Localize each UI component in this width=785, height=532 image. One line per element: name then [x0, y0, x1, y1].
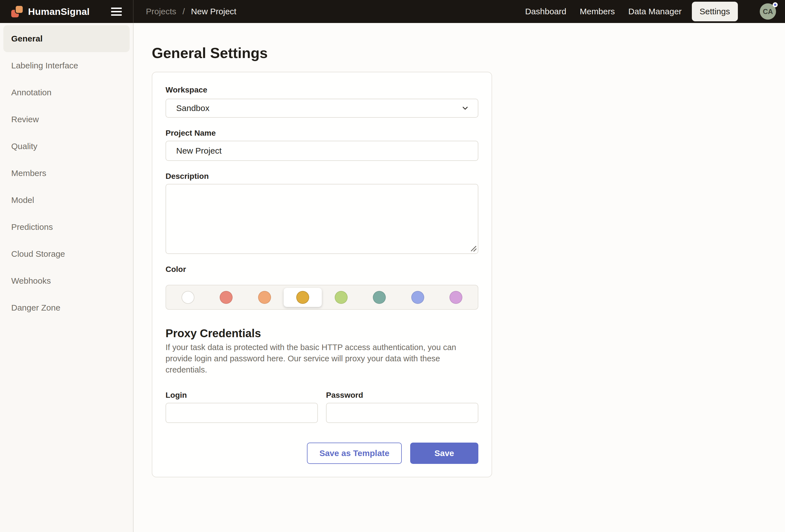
breadcrumb-separator: /	[182, 7, 185, 16]
nav-settings-active[interactable]: Settings	[692, 2, 738, 21]
color-swatch-periwinkle[interactable]	[411, 291, 424, 304]
password-label: Password	[326, 391, 478, 400]
credentials-grid: Login Password	[166, 391, 478, 423]
header-left-section: HumanSignal	[0, 0, 133, 23]
save-as-template-button[interactable]: Save as Template	[307, 443, 402, 464]
main-content: General Settings Workspace Sandbox Proje…	[133, 23, 785, 532]
login-input[interactable]	[166, 403, 318, 423]
color-swatch-orange[interactable]	[258, 291, 271, 304]
sidebar-item-danger-zone[interactable]: Danger Zone	[3, 294, 130, 321]
description-label: Description	[166, 171, 478, 181]
color-swatch-selected-tile[interactable]	[284, 288, 322, 307]
hamburger-menu-icon[interactable]	[111, 6, 122, 17]
sidebar-item-labeling-interface[interactable]: Labeling Interface	[3, 52, 130, 79]
color-swatch-salmon[interactable]	[220, 291, 233, 304]
chevron-down-icon	[461, 104, 470, 112]
brand-name: HumanSignal	[28, 6, 90, 17]
top-nav: Dashboard Members Data Manager Settings	[525, 2, 738, 21]
notification-dot	[773, 2, 778, 7]
color-swatch-row	[166, 285, 478, 310]
sidebar-item-predictions[interactable]: Predictions	[3, 214, 130, 240]
color-swatch-teal[interactable]	[373, 291, 386, 304]
save-button[interactable]: Save	[410, 443, 478, 464]
color-swatch-green[interactable]	[335, 291, 348, 304]
login-label: Login	[166, 391, 318, 400]
password-field-group: Password	[326, 391, 478, 423]
project-name-label: Project Name	[166, 128, 478, 138]
proxy-credentials-description: If your task data is protected with the …	[166, 342, 478, 375]
page-shell: General Labeling Interface Annotation Re…	[0, 23, 785, 532]
top-header: HumanSignal Projects / New Project Dashb…	[0, 0, 785, 23]
proxy-credentials-title: Proxy Credentials	[166, 326, 478, 340]
settings-sidebar: General Labeling Interface Annotation Re…	[0, 23, 133, 532]
user-avatar-wrap: CA	[760, 3, 776, 20]
form-actions: Save as Template Save	[166, 443, 478, 464]
hamburger-bar	[111, 11, 122, 12]
nav-members[interactable]: Members	[580, 7, 615, 16]
color-swatch-gold-selected[interactable]	[296, 291, 309, 304]
general-settings-card: Workspace Sandbox Project Name Descripti…	[152, 72, 492, 477]
color-label: Color	[166, 265, 478, 274]
nav-data-manager[interactable]: Data Manager	[628, 7, 682, 16]
sidebar-item-quality[interactable]: Quality	[3, 133, 130, 160]
login-field-group: Login	[166, 391, 318, 423]
color-swatch-white[interactable]	[181, 291, 195, 304]
sidebar-item-annotation[interactable]: Annotation	[3, 79, 130, 106]
workspace-selected-value: Sandbox	[176, 103, 209, 113]
sidebar-item-webhooks[interactable]: Webhooks	[3, 267, 130, 294]
color-swatch-orchid[interactable]	[450, 291, 462, 304]
sidebar-item-review[interactable]: Review	[3, 106, 130, 133]
description-textarea[interactable]	[166, 184, 478, 254]
breadcrumb-current-page: New Project	[191, 7, 236, 16]
project-name-input[interactable]	[166, 141, 478, 161]
breadcrumb-projects-link[interactable]: Projects	[146, 7, 176, 16]
workspace-select[interactable]: Sandbox	[166, 99, 478, 118]
sidebar-item-general[interactable]: General	[3, 25, 130, 52]
brand-logo[interactable]: HumanSignal	[11, 5, 90, 18]
nav-dashboard[interactable]: Dashboard	[525, 7, 566, 16]
hamburger-bar	[111, 14, 122, 16]
breadcrumb: Projects / New Project	[133, 7, 236, 16]
hamburger-bar	[111, 7, 122, 9]
logo-square-orange	[15, 5, 24, 14]
sidebar-item-members[interactable]: Members	[3, 160, 130, 187]
sidebar-item-cloud-storage[interactable]: Cloud Storage	[3, 240, 130, 267]
description-field-wrap	[166, 184, 478, 254]
humansignal-logo-icon	[11, 5, 24, 18]
sidebar-item-model[interactable]: Model	[3, 187, 130, 214]
password-input[interactable]	[326, 403, 478, 423]
workspace-label: Workspace	[166, 85, 478, 95]
page-title: General Settings	[152, 44, 785, 62]
